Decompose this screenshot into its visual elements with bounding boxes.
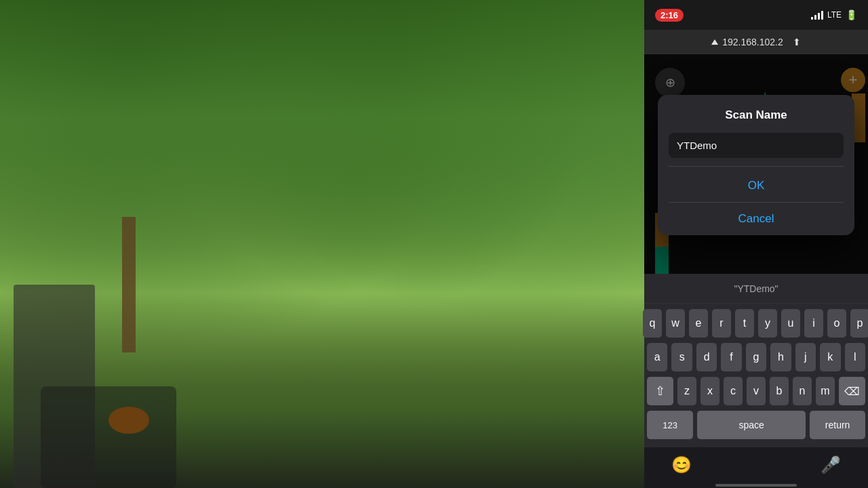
address-bar[interactable]: 192.168.102.2 ⬆	[644, 30, 868, 54]
battery-icon: 🔋	[846, 9, 857, 20]
key-l[interactable]: l	[845, 343, 865, 371]
key-u[interactable]: u	[781, 309, 800, 338]
key-m[interactable]: m	[816, 377, 835, 405]
return-key[interactable]: return	[810, 411, 865, 439]
bar2	[814, 15, 816, 20]
key-c[interactable]: c	[724, 377, 743, 405]
key-b[interactable]: b	[770, 377, 789, 405]
dialog-title: Scan Name	[669, 108, 844, 122]
signal-bars	[811, 10, 823, 20]
key-k[interactable]: k	[820, 343, 840, 371]
delete-key[interactable]: ⌫	[839, 377, 865, 405]
key-r[interactable]: r	[712, 309, 731, 338]
key-row-4: 123 space return	[647, 411, 865, 439]
cancel-button[interactable]: Cancel	[669, 202, 844, 235]
key-x[interactable]: x	[701, 377, 719, 405]
microphone-button[interactable]: 🎤	[821, 455, 841, 474]
key-row-2: a s d f g h j k l	[647, 343, 865, 371]
status-right: LTE 🔋	[811, 9, 857, 20]
key-p[interactable]: p	[850, 309, 868, 338]
suggestion-bar[interactable]: "YTDemo"	[644, 274, 868, 304]
key-q[interactable]: q	[643, 309, 662, 338]
key-g[interactable]: g	[746, 343, 766, 371]
key-s[interactable]: s	[671, 343, 692, 371]
key-w[interactable]: w	[666, 309, 685, 338]
network-type: LTE	[827, 10, 842, 20]
scan-name-input[interactable]	[669, 133, 844, 158]
bar4	[821, 11, 823, 20]
key-o[interactable]: o	[827, 309, 846, 338]
phone-ui: 2:16 LTE 🔋 192.168.102.2 ⬆ ⊕ + 0.	[644, 0, 868, 488]
bar1	[811, 17, 813, 20]
emoji-button[interactable]: 😊	[671, 455, 692, 474]
address-url: 192.168.102.2	[722, 37, 783, 47]
home-indicator	[644, 483, 868, 488]
share-icon[interactable]: ⬆	[793, 37, 801, 47]
shift-key[interactable]: ⇧	[647, 377, 673, 405]
key-t[interactable]: t	[735, 309, 754, 338]
bottom-bar: 😊 🎤	[644, 447, 868, 483]
status-time: 2:16	[655, 9, 684, 22]
key-a[interactable]: a	[647, 343, 667, 371]
scan-name-dialog: Scan Name OK Cancel	[658, 95, 854, 235]
key-h[interactable]: h	[770, 343, 791, 371]
key-row-1: q w e r t y u i o p	[647, 309, 865, 338]
key-f[interactable]: f	[721, 343, 741, 371]
divider-top	[669, 166, 844, 167]
photo-area	[0, 0, 644, 488]
suggestion-text: "YTDemo"	[734, 283, 778, 294]
key-i[interactable]: i	[804, 309, 823, 338]
key-z[interactable]: z	[677, 377, 696, 405]
key-row-3: ⇧ z x c v b n m ⌫	[647, 377, 865, 405]
status-bar: 2:16 LTE 🔋	[644, 0, 868, 30]
dialog-overlay: Scan Name OK Cancel	[644, 54, 868, 274]
key-e[interactable]: e	[689, 309, 708, 338]
bar3	[818, 13, 820, 20]
ok-button[interactable]: OK	[669, 169, 844, 202]
home-bar	[715, 484, 797, 487]
key-d[interactable]: d	[696, 343, 717, 371]
scanner-area[interactable]: ⊕ + 0.00m Scan Name OK Cancel	[644, 54, 868, 274]
space-key[interactable]: space	[697, 411, 806, 439]
keyboard[interactable]: q w e r t y u i o p a s d f g h j k l ⇧ …	[644, 304, 868, 447]
key-n[interactable]: n	[793, 377, 812, 405]
key-v[interactable]: v	[747, 377, 766, 405]
key-j[interactable]: j	[795, 343, 816, 371]
key-y[interactable]: y	[758, 309, 777, 338]
numbers-key[interactable]: 123	[647, 411, 693, 439]
nav-icon	[711, 39, 718, 45]
